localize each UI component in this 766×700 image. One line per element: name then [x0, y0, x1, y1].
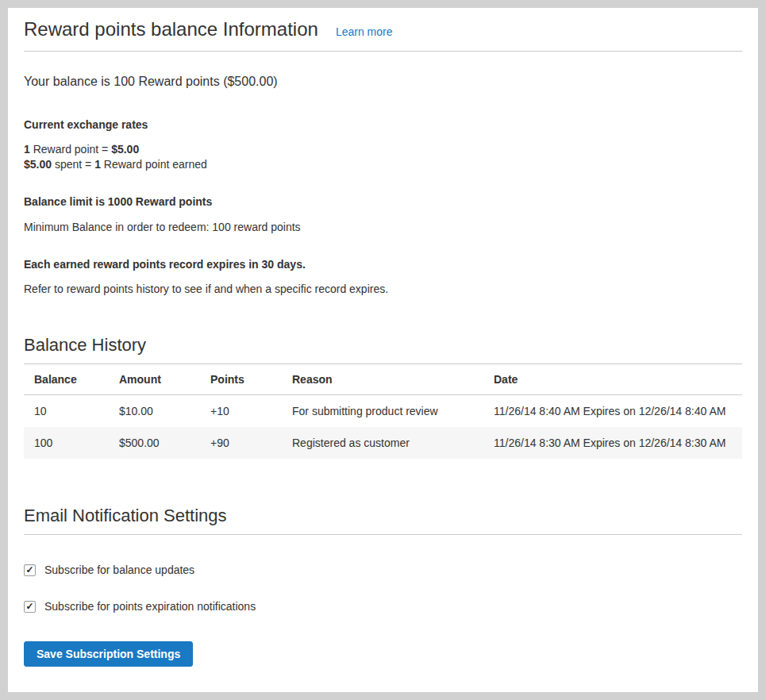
expiration-notice: Each earned reward points record expires…: [24, 258, 742, 271]
spend-rate-line: $5.00 spent = 1 Reward point earned: [24, 157, 742, 172]
exchange-rates-heading: Current exchange rates: [24, 118, 742, 132]
expiration-hint: Refer to reward points history to see if…: [24, 283, 742, 296]
expiration-notifications-label[interactable]: Subscribe for points expiration notifica…: [44, 600, 256, 613]
balance-summary: Your balance is 100 Reward points ($500.…: [24, 75, 742, 89]
checkmark-icon: ✓: [25, 564, 33, 575]
learn-more-link[interactable]: Learn more: [336, 25, 393, 38]
cell-reason: Registered as customer: [282, 427, 483, 459]
email-settings-heading: Email Notification Settings: [24, 505, 742, 535]
earn-rate-separator: Reward point =: [30, 143, 111, 156]
spend-rate-amount: $5.00: [24, 158, 52, 171]
cell-balance: 100: [24, 427, 109, 459]
column-header-amount: Amount: [109, 364, 200, 395]
balance-updates-label[interactable]: Subscribe for balance updates: [44, 563, 194, 576]
expiration-notifications-checkbox[interactable]: ✓: [24, 601, 36, 613]
checkmark-icon: ✓: [25, 601, 33, 612]
earn-rate-points: 1: [24, 143, 30, 156]
cell-points: +10: [200, 395, 282, 428]
cell-amount: $500.00: [109, 427, 200, 459]
spend-rate-separator1: spent =: [52, 158, 94, 171]
cell-date: 11/26/14 8:40 AM Expires on 12/26/14 8:4…: [483, 395, 742, 428]
column-header-points: Points: [200, 364, 282, 395]
balance-history-table: Balance Amount Points Reason Date 10 $10…: [24, 364, 742, 459]
page-title: Reward points balance Information: [24, 17, 318, 41]
table-row: 100 $500.00 +90 Registered as customer 1…: [24, 427, 742, 459]
cell-balance: 10: [24, 395, 109, 428]
cell-date: 11/26/14 8:30 AM Expires on 12/26/14 8:3…: [483, 427, 742, 459]
spend-rate-separator2: Reward point earned: [101, 158, 207, 171]
earn-rate-amount: $5.00: [111, 143, 139, 156]
minimum-balance-note: Minimum Balance in order to redeem: 100 …: [24, 221, 742, 234]
spend-rate-points: 1: [94, 158, 101, 171]
cell-points: +90: [200, 427, 282, 459]
save-subscription-settings-button[interactable]: Save Subscription Settings: [24, 641, 193, 667]
balance-limit-note: Balance limit is 1000 Reward points: [24, 195, 742, 209]
expiration-notifications-option: ✓ Subscribe for points expiration notifi…: [24, 600, 742, 613]
balance-updates-option: ✓ Subscribe for balance updates: [24, 563, 742, 576]
earn-rate-line: 1 Reward point = $5.00: [24, 142, 742, 157]
exchange-rate-lines: 1 Reward point = $5.00 $5.00 spent = 1 R…: [24, 142, 742, 172]
table-header-row: Balance Amount Points Reason Date: [24, 364, 742, 395]
cell-reason: For submitting product review: [282, 395, 483, 428]
cell-amount: $10.00: [109, 395, 200, 428]
column-header-balance: Balance: [24, 364, 109, 395]
column-header-reason: Reason: [282, 364, 483, 395]
page-title-row: Reward points balance Information Learn …: [24, 17, 742, 52]
column-header-date: Date: [483, 364, 742, 395]
reward-points-card: Reward points balance Information Learn …: [8, 8, 758, 692]
balance-updates-checkbox[interactable]: ✓: [24, 564, 36, 576]
balance-history-heading: Balance History: [24, 334, 742, 364]
table-row: 10 $10.00 +10 For submitting product rev…: [24, 395, 742, 428]
